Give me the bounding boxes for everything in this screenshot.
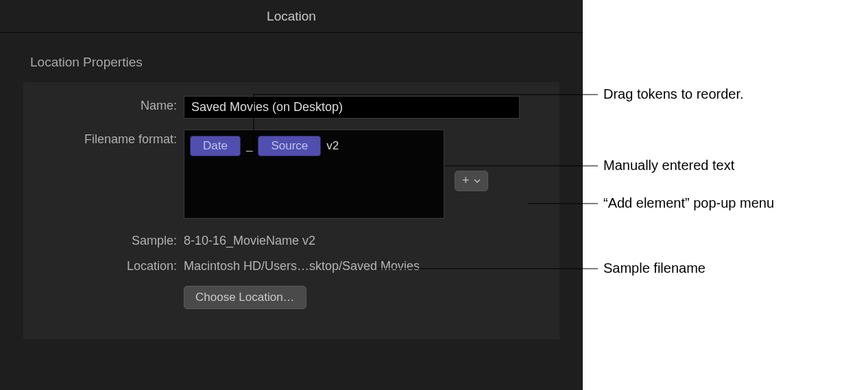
callout-add-element: “Add element” pop-up menu: [603, 195, 774, 211]
sample-label: Sample:: [40, 231, 184, 248]
location-value: Macintosh HD/Users…sktop/Saved Movies: [184, 256, 543, 273]
callout-sample-filename: Sample filename: [603, 260, 706, 276]
choose-row: Choose Location…: [40, 286, 543, 309]
sample-row: Sample: 8-10-16_MovieName v2: [40, 231, 543, 248]
name-input[interactable]: [184, 96, 520, 119]
panel-title-text: Location: [267, 9, 316, 24]
location-label: Location:: [40, 256, 184, 273]
panel-title: Location: [0, 0, 583, 33]
properties-box: Name: Filename format: Date _ Source v2 …: [23, 82, 559, 339]
plus-icon: +: [462, 174, 470, 186]
filename-format-field[interactable]: Date _ Source v2: [184, 130, 444, 219]
name-row: Name:: [40, 96, 543, 119]
callout-manual-text: Manually entered text: [603, 158, 734, 173]
choose-location-button[interactable]: Choose Location…: [184, 286, 306, 309]
chevron-down-icon: [474, 178, 481, 185]
filename-format-label: Filename format:: [40, 130, 184, 147]
manual-text[interactable]: v2: [321, 139, 339, 153]
filename-format-row: Filename format: Date _ Source v2 +: [40, 130, 543, 219]
location-panel: Location Location Properties Name: Filen…: [0, 0, 583, 390]
source-token[interactable]: Source: [258, 136, 321, 156]
callout-drag-tokens: Drag tokens to reorder.: [603, 86, 744, 102]
name-label: Name:: [40, 96, 184, 113]
section-header: Location Properties: [0, 33, 583, 82]
date-token[interactable]: Date: [190, 136, 241, 156]
sample-value: 8-10-16_MovieName v2: [184, 231, 543, 248]
add-element-button[interactable]: +: [455, 171, 488, 191]
location-row: Location: Macintosh HD/Users…sktop/Saved…: [40, 256, 543, 273]
token-separator: _: [241, 139, 258, 153]
